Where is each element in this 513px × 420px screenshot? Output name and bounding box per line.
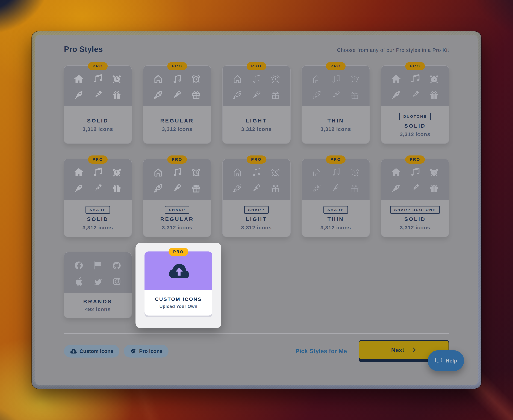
card-count: 3,312 icons	[162, 126, 192, 132]
gift-icon	[429, 183, 439, 193]
footer-bar: Custom Icons Pro Icons Pick Styles for M…	[64, 340, 449, 363]
style-tag: SHARP	[323, 206, 348, 214]
card-title: SOLID	[404, 123, 426, 129]
pro-badge: PRO	[247, 62, 266, 70]
gift-icon	[112, 90, 122, 99]
music-note-icon	[410, 167, 420, 177]
card-title: THIN	[327, 216, 344, 222]
icon-preview-panel	[302, 66, 370, 106]
pen-nib-icon	[252, 183, 261, 193]
alarm-clock-icon	[350, 167, 359, 177]
icon-preview-panel	[381, 66, 449, 106]
style-card-solid[interactable]: PRO SOLID 3,312 icons	[64, 66, 132, 143]
pro-icons-button[interactable]: Pro Icons	[124, 345, 169, 358]
rocket-icon	[391, 90, 401, 99]
pen-nib-icon	[172, 90, 182, 99]
instagram-icon	[112, 277, 122, 286]
gift-icon	[112, 183, 122, 193]
card-title: THIN	[327, 118, 344, 124]
leaf-icon	[130, 348, 136, 354]
rocket-icon	[391, 183, 401, 193]
rocket-icon	[233, 90, 242, 99]
alarm-clock-icon	[271, 74, 280, 83]
alarm-clock-icon	[191, 167, 201, 177]
music-note-icon	[172, 74, 182, 83]
icon-preview-panel	[143, 159, 211, 200]
pen-nib-icon	[172, 183, 182, 193]
gift-icon	[271, 183, 280, 193]
style-card-sharp-regular[interactable]: PRO SHARP REGULAR 3,312 icons	[143, 159, 211, 237]
house-icon	[312, 167, 321, 177]
page-title: Pro Styles	[64, 45, 103, 54]
card-count: 3,312 icons	[400, 225, 430, 231]
icon-preview-panel	[143, 66, 211, 106]
house-icon	[312, 74, 321, 83]
arrow-right-icon	[408, 346, 417, 354]
page-subtitle: Choose from any of our Pro styles in a P…	[337, 47, 449, 53]
pen-nib-icon	[93, 183, 102, 193]
pen-nib-icon	[331, 183, 340, 193]
pen-nib-icon	[410, 183, 420, 193]
cloud-arrow-up-icon	[168, 260, 189, 281]
pro-badge: PRO	[167, 62, 187, 70]
music-note-icon	[252, 167, 261, 177]
rocket-icon	[153, 183, 163, 193]
help-button[interactable]: Help	[428, 350, 464, 371]
house-icon	[233, 167, 242, 177]
pro-styles-window: Pro Styles Choose from any of our Pro st…	[32, 31, 481, 389]
card-subtitle: Upload Your Own	[160, 304, 197, 309]
card-count: 3,312 icons	[320, 225, 351, 231]
pen-nib-icon	[252, 90, 261, 99]
card-title: SOLID	[87, 216, 109, 222]
style-card-duotone-solid[interactable]: PRO DUOTONE SOLID 3,312 icons	[381, 66, 449, 143]
style-card-custom-icons[interactable]: PRO CUSTOM ICONS Upload Your Own	[145, 251, 212, 315]
font-awesome-flag-icon	[93, 261, 102, 270]
style-card-sharp-solid[interactable]: PRO SHARP SOLID 3,312 icons	[64, 159, 132, 237]
chat-bubble-icon	[435, 357, 443, 365]
icon-preview-panel	[302, 159, 370, 200]
music-note-icon	[93, 167, 102, 177]
style-card-sharp-light[interactable]: PRO SHARP LIGHT 3,312 icons	[223, 159, 290, 237]
card-title: SOLID	[87, 118, 109, 124]
card-count: 3,312 icons	[162, 225, 192, 231]
custom-icons-button[interactable]: Custom Icons	[64, 345, 119, 358]
alarm-clock-icon	[112, 167, 122, 177]
alarm-clock-icon	[429, 167, 439, 177]
style-card-sharp-thin[interactable]: PRO SHARP THIN 3,312 icons	[302, 159, 370, 237]
card-count: 3,312 icons	[320, 126, 351, 132]
card-title: LIGHT	[246, 118, 267, 124]
github-icon	[112, 261, 122, 270]
house-icon	[74, 74, 84, 83]
twitter-icon	[93, 277, 102, 286]
style-tag: SHARP	[86, 206, 110, 214]
style-card-thin[interactable]: PRO THIN 3,312 icons	[302, 66, 370, 143]
music-note-icon	[93, 74, 102, 83]
window-content: Pro Styles Choose from any of our Pro st…	[35, 35, 478, 385]
alarm-clock-icon	[191, 74, 201, 83]
pro-badge: PRO	[405, 62, 425, 70]
icon-preview-panel	[381, 159, 449, 200]
icon-preview-panel	[64, 66, 132, 106]
card-count: 3,312 icons	[83, 126, 113, 132]
house-icon	[391, 74, 401, 83]
house-icon	[153, 167, 163, 177]
next-button-label: Next	[391, 347, 404, 353]
alarm-clock-icon	[429, 74, 439, 83]
pick-styles-for-me-link[interactable]: Pick Styles for Me	[295, 348, 347, 354]
style-card-brands[interactable]: BRANDS 492 icons	[64, 252, 132, 318]
pro-badge: PRO	[88, 62, 108, 70]
card-title: REGULAR	[160, 118, 194, 124]
card-count: 3,312 icons	[241, 225, 272, 231]
music-note-icon	[252, 74, 261, 83]
gift-icon	[191, 183, 201, 193]
rocket-icon	[233, 183, 242, 193]
style-tag: DUOTONE	[399, 112, 431, 120]
style-card-light[interactable]: PRO LIGHT 3,312 icons	[223, 66, 290, 143]
rocket-icon	[74, 90, 84, 99]
pro-badge: PRO	[167, 156, 187, 164]
music-note-icon	[410, 74, 420, 83]
style-card-sharp-duotone-solid[interactable]: PRO SHARP DUOTONE SOLID 3,312 icons	[381, 159, 449, 237]
style-card-regular[interactable]: PRO REGULAR 3,312 icons	[143, 66, 211, 143]
alarm-clock-icon	[350, 74, 359, 83]
rocket-icon	[312, 90, 321, 99]
